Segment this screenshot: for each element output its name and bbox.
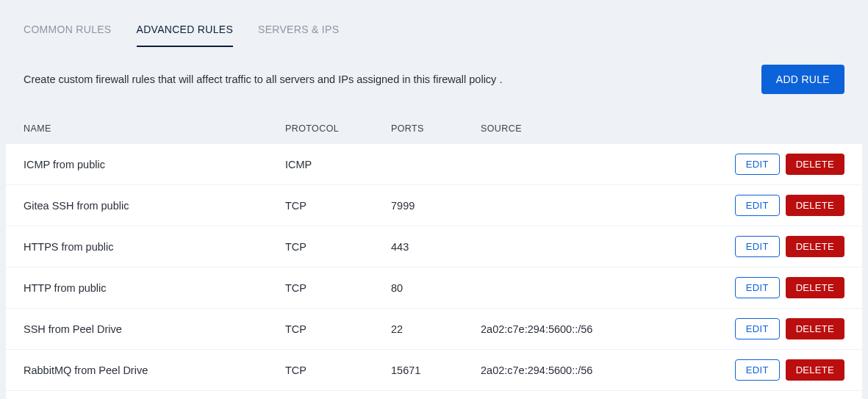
rule-name: Gitea SSH from public [24,200,285,212]
rule-protocol: ICMP [285,159,391,170]
table-row: HTTP from publicTCP80EDITDELETE [6,267,862,309]
delete-button[interactable]: DELETE [786,195,844,216]
rule-protocol: TCP [285,323,391,335]
column-header-source: SOURCE [481,123,844,134]
add-rule-button[interactable]: ADD RULE [761,65,844,94]
delete-button[interactable]: DELETE [786,277,844,298]
edit-button[interactable]: EDIT [735,195,780,216]
tab-bar: COMMON RULES ADVANCED RULES SERVERS & IP… [6,6,862,47]
tab-common-rules[interactable]: COMMON RULES [24,24,112,47]
rule-protocol: TCP [285,241,391,253]
edit-button[interactable]: EDIT [735,154,780,175]
rule-actions: EDITDELETE [712,277,844,298]
rule-name: HTTP from public [24,282,285,294]
rule-name: RabbitMQ from Peel Drive [24,364,285,376]
table-row: RabbitMQ from Peel DriveTCP156712a02:c7e… [6,350,862,391]
header-row: Create custom firewall rules that will a… [6,47,862,112]
edit-button[interactable]: EDIT [735,236,780,257]
rule-protocol: TCP [285,200,391,212]
rule-name: SSH from Peel Drive [24,323,285,335]
firewall-panel: COMMON RULES ADVANCED RULES SERVERS & IP… [6,6,862,399]
table-row: SSH from Peel DriveTCP2290.220.170.15EDI… [6,391,862,399]
delete-button[interactable]: DELETE [786,236,844,257]
delete-button[interactable]: DELETE [786,318,844,339]
tab-advanced-rules[interactable]: ADVANCED RULES [137,24,234,47]
rule-ports: 7999 [391,200,481,212]
edit-button[interactable]: EDIT [735,277,780,298]
column-header-name: NAME [24,123,285,134]
rule-actions: EDITDELETE [712,236,844,257]
rule-actions: EDITDELETE [712,154,844,175]
rule-name: HTTPS from public [24,241,285,253]
table-row: SSH from Peel DriveTCP222a02:c7e:294:560… [6,309,862,350]
rule-actions: EDITDELETE [712,359,844,381]
rule-name: ICMP from public [24,159,285,170]
rule-ports: 15671 [391,364,481,376]
table-row: Gitea SSH from publicTCP7999EDITDELETE [6,185,862,226]
rule-source: 2a02:c7e:294:5600::/56 [481,323,712,335]
table-row: HTTPS from publicTCP443EDITDELETE [6,226,862,267]
rule-ports: 22 [391,323,481,335]
delete-button[interactable]: DELETE [786,359,844,381]
column-header-ports: PORTS [391,123,481,134]
rule-protocol: TCP [285,364,391,376]
rule-source: 2a02:c7e:294:5600::/56 [481,364,712,376]
edit-button[interactable]: EDIT [735,318,780,339]
rule-ports: 443 [391,241,481,253]
rules-table-body: ICMP from publicICMPEDITDELETEGitea SSH … [6,144,862,399]
rule-ports: 80 [391,282,481,294]
tab-servers-ips[interactable]: SERVERS & IPS [258,24,339,47]
delete-button[interactable]: DELETE [786,154,844,175]
table-row: ICMP from publicICMPEDITDELETE [6,144,862,185]
rule-actions: EDITDELETE [712,318,844,339]
panel-description: Create custom firewall rules that will a… [24,73,502,85]
edit-button[interactable]: EDIT [735,359,780,381]
rule-protocol: TCP [285,282,391,294]
rule-actions: EDITDELETE [712,195,844,216]
column-header-protocol: PROTOCOL [285,123,391,134]
table-header: NAME PROTOCOL PORTS SOURCE [6,112,862,144]
